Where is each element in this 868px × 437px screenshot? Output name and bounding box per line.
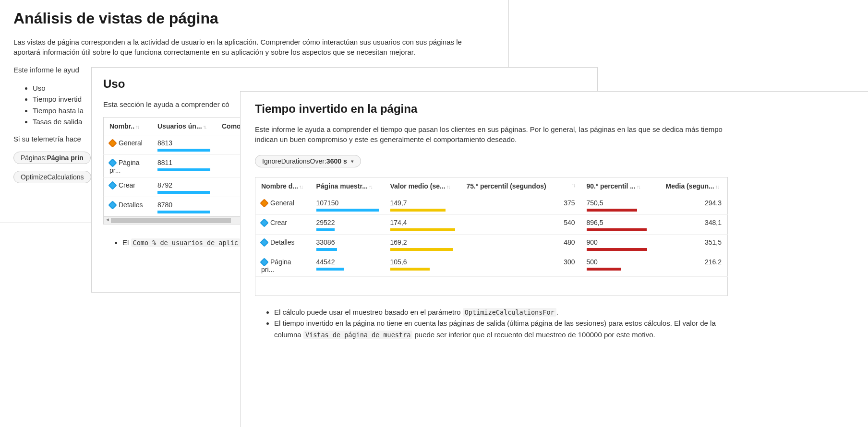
tiempo-note-1: El cálculo puede usar el muestreo basado… (274, 307, 735, 318)
sort-icon: ↑↓ (203, 124, 206, 130)
row-p75: 300 (564, 258, 575, 266)
series-marker-icon (108, 139, 117, 147)
row-name: Detalles (270, 238, 295, 246)
sort-icon: ↑↓ (572, 182, 575, 188)
col-mean[interactable]: Valor medio (se...↑↓ (385, 177, 461, 195)
col-median[interactable]: Media (segun...↑↓ (660, 177, 728, 195)
table-row[interactable]: Crear8792 (104, 177, 255, 197)
series-marker-icon (108, 158, 117, 167)
series-marker-icon (260, 238, 268, 247)
row-median: 348,1 (705, 219, 722, 226)
col-p90[interactable]: 90.º percentil ...↑↓ (581, 177, 660, 195)
tiempo-intro: Este informe le ayuda a comprender el ti… (255, 124, 735, 144)
row-sample: 107150 (316, 199, 339, 207)
tiempo-panel: Tiempo invertido en la página Este infor… (240, 91, 868, 427)
horizontal-scrollbar[interactable] (103, 217, 255, 224)
bar-indicator (587, 268, 621, 271)
row-name: Crear (270, 219, 287, 226)
tiempo-table: Nombre d...↑↓ Página muestr...↑↓ Valor m… (255, 177, 728, 296)
series-marker-icon (108, 201, 117, 209)
optimize-calculations-pill[interactable]: OptimizeCalculations (13, 171, 91, 183)
pill-value: Página prin (47, 154, 83, 162)
bar-indicator (316, 228, 335, 231)
sort-icon: ↑↓ (715, 184, 719, 189)
row-sample: 44542 (316, 258, 335, 266)
uso-table: Nombr..↑↓ Usuarios ún...↑↓ Como % Genera… (103, 117, 255, 217)
row-mean: 169,2 (390, 238, 407, 246)
col-name[interactable]: Nombre d...↑↓ (255, 177, 311, 195)
pill-value: 3600 s (326, 157, 347, 165)
bar-indicator (316, 268, 344, 271)
tiempo-note-2: El tiempo invertido en la página no tien… (274, 318, 735, 340)
row-p75: 375 (564, 199, 575, 207)
row-median: 294,3 (705, 199, 722, 207)
row-median: 351,5 (705, 238, 722, 246)
bar-indicator (587, 209, 637, 212)
pill-label: IgnoreDurationsOver: (262, 157, 326, 165)
row-mean: 105,6 (390, 258, 407, 266)
row-mean: 174,4 (390, 219, 407, 226)
bar-indicator (587, 248, 647, 251)
bar-indicator (390, 228, 455, 231)
col-name[interactable]: Nombr..↑↓ (104, 118, 152, 135)
bar-indicator (157, 168, 210, 171)
row-users: 8780 (157, 201, 172, 209)
row-p90: 900 (587, 238, 598, 246)
table-row[interactable]: Crear29522174,4540896,5348,1 (255, 215, 728, 235)
tiempo-title: Tiempo invertido en la página (255, 102, 854, 116)
bar-indicator (587, 228, 647, 231)
chevron-down-icon: ▾ (351, 158, 354, 165)
row-users: 8792 (157, 181, 172, 189)
row-p90: 500 (587, 258, 598, 266)
pill-label: OptimizeCalculations (21, 173, 84, 181)
sort-icon: ↑↓ (369, 184, 372, 189)
intro-text: Las vistas de página corresponden a la a… (13, 37, 489, 57)
row-sample: 33086 (316, 238, 335, 246)
series-marker-icon (260, 218, 268, 227)
sort-icon: ↑↓ (299, 184, 302, 189)
row-name: Crear (119, 181, 135, 189)
sort-icon: ↑↓ (637, 184, 640, 189)
page-title: Análisis de vistas de página (13, 10, 495, 27)
row-p90: 896,5 (587, 219, 603, 226)
bar-indicator (157, 191, 210, 194)
col-sample[interactable]: Página muestr...↑↓ (311, 177, 385, 195)
code-text: OptimizeCalculationsFor (463, 308, 556, 317)
row-p75: 540 (564, 219, 575, 226)
table-row[interactable]: Página pri...44542105,6300500216,2 (255, 254, 728, 277)
row-p75: 480 (564, 238, 575, 246)
row-users: 8813 (157, 139, 172, 147)
table-row[interactable]: Detalles8780 (104, 197, 255, 217)
row-p90: 750,5 (587, 199, 603, 207)
row-mean: 149,7 (390, 199, 407, 207)
row-sample: 29522 (316, 219, 335, 226)
code-text: Vistas de página de muestra (303, 331, 412, 339)
col-p75[interactable]: 75.º percentil (segundos)↑↓ (461, 177, 581, 195)
table-row[interactable]: Detalles33086169,2480900351,5 (255, 235, 728, 254)
row-name: General (270, 199, 294, 207)
row-median: 216,2 (705, 258, 722, 266)
col-users[interactable]: Usuarios ún...↑↓ (152, 118, 216, 135)
series-marker-icon (108, 181, 117, 189)
bar-indicator (390, 268, 430, 271)
pill-label: Páginas: (21, 154, 47, 162)
table-row[interactable]: General107150149,7375750,5294,3 (255, 195, 728, 215)
table-row[interactable]: Página pr...8811 (104, 155, 255, 177)
sort-icon: ↑↓ (135, 124, 139, 130)
uso-title: Uso (103, 77, 586, 91)
bar-indicator (390, 248, 453, 251)
bar-indicator (157, 211, 210, 213)
bar-indicator (390, 209, 446, 212)
row-users: 8811 (157, 159, 172, 166)
bar-indicator (316, 209, 379, 212)
code-text: Como % de usuarios de aplic (131, 238, 240, 247)
bar-indicator (157, 149, 210, 152)
pages-filter-pill[interactable]: Páginas: Página prin (13, 152, 91, 164)
row-name: General (119, 139, 143, 147)
ignore-durations-pill[interactable]: IgnoreDurationsOver: 3600 s ▾ (255, 155, 361, 167)
sort-icon: ↑↓ (446, 184, 450, 189)
table-row[interactable]: General8813 (104, 135, 255, 155)
series-marker-icon (260, 258, 268, 266)
series-marker-icon (260, 199, 268, 207)
row-name: Detalles (119, 201, 143, 209)
